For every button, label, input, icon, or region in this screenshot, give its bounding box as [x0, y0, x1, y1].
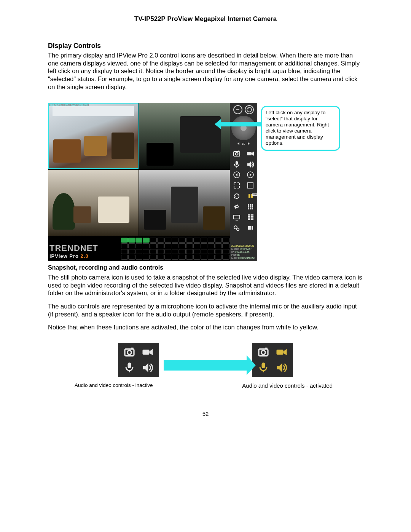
callout-box: Left click on any display to "select" th… — [261, 106, 340, 151]
refresh-button[interactable] — [232, 192, 242, 200]
camera-info-panel: 2010/01/12 15:20:28 Model: TV-IP522P IP:… — [230, 244, 257, 262]
mic-icon-active — [256, 360, 271, 374]
app-footer-bar: TRENDNET IPView Pro 2.0 — [48, 236, 230, 261]
layout-16-button[interactable] — [245, 213, 255, 222]
camera-view-4[interactable] — [139, 170, 230, 236]
prev-camera-button[interactable] — [232, 171, 242, 179]
brand-logo: TRENDNET IPView Pro 2.0 — [49, 243, 98, 259]
snapshot-button[interactable] — [232, 149, 242, 158]
record-icon-active — [274, 345, 289, 359]
page-number: 52 — [48, 411, 363, 417]
ptz-speed-value: 10 — [242, 142, 245, 145]
power-button[interactable] — [245, 105, 254, 114]
ptz-speed-up-icon[interactable] — [248, 142, 250, 145]
paragraph-snapshot: The still photo camera icon is used to t… — [48, 273, 363, 297]
layout-badge: 4 screen — [252, 193, 257, 196]
footer-rule — [48, 408, 363, 408]
speaker-button[interactable] — [245, 160, 255, 168]
control-column: 10 4 screen — [230, 103, 257, 261]
snapshot-icon — [256, 345, 271, 359]
app-screenshot: TRENDNET TV-IP522P(camera) TRENDNET IPVi… — [48, 103, 333, 261]
doc-title: TV-IP522P ProView Megapixel Internet Cam… — [48, 15, 363, 23]
speaker-icon-active — [274, 360, 289, 374]
ptz-dial[interactable] — [231, 116, 256, 140]
controls-active — [252, 343, 293, 377]
camera-grid: TRENDNET TV-IP522P(camera) — [48, 103, 230, 236]
mic-icon — [122, 360, 137, 374]
heading-display-controls: Display Controls — [48, 42, 363, 50]
mic-button[interactable] — [232, 160, 242, 168]
controls-comparison — [48, 343, 363, 377]
camera-slot-indicators — [121, 238, 236, 260]
paragraph-intro: The primary display and IPView Pro 2.0 c… — [48, 51, 363, 91]
fullscreen-button[interactable] — [232, 181, 242, 190]
settings-button[interactable] — [232, 224, 242, 232]
layout-9-button[interactable] — [245, 203, 255, 211]
transition-arrow-icon — [164, 360, 247, 371]
camera-view-2[interactable] — [139, 103, 230, 169]
layout-more-button[interactable] — [245, 224, 255, 232]
ptz-speed-down-icon[interactable] — [237, 142, 239, 145]
controls-inactive — [118, 343, 159, 377]
layout-single-button[interactable] — [245, 181, 255, 190]
record-button[interactable] — [245, 149, 255, 158]
info-datetime: 2010/01/12 15:20:28 — [231, 244, 256, 248]
paragraph-color-change: Notice that when these functions are act… — [48, 323, 363, 331]
caption-active: Audio and video controls - activated — [242, 382, 333, 389]
heading-snapshot-controls: Snapshot, recording and audio controls — [48, 264, 363, 271]
snapshot-icon — [122, 345, 137, 359]
paragraph-audio: The audio controls are represented by a … — [48, 302, 363, 318]
record-icon — [140, 345, 155, 359]
camera-manage-button[interactable] — [232, 203, 242, 211]
caption-inactive: Audio and video controls - inactive — [75, 382, 153, 389]
layout-4-button[interactable]: 4 screen — [245, 192, 255, 200]
next-camera-button[interactable] — [245, 171, 255, 179]
camera-view-1[interactable]: TRENDNET TV-IP522P(camera) — [48, 103, 139, 169]
speaker-icon — [140, 360, 155, 374]
ptz-speed-control[interactable]: 10 — [237, 142, 249, 145]
camera-view-3[interactable] — [48, 170, 139, 236]
minimize-button[interactable] — [233, 105, 242, 114]
monitor-button[interactable] — [232, 213, 242, 222]
